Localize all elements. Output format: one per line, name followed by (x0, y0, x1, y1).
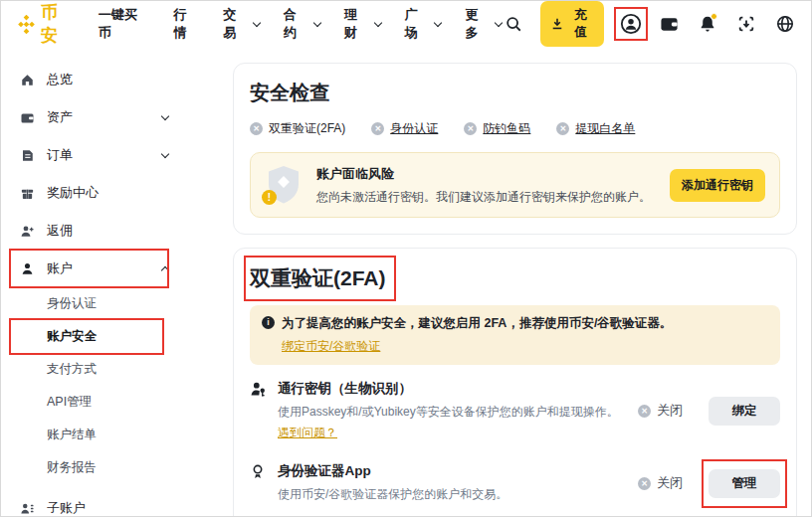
passkey-bind-button[interactable]: 绑定 (709, 397, 780, 426)
nav-square[interactable]: 广场 (405, 6, 442, 42)
passkey-icon (250, 380, 278, 398)
chevron-down-icon (313, 18, 321, 26)
download-app-icon[interactable] (734, 12, 758, 36)
passkey-status: ✕ 关闭 (638, 402, 683, 420)
sidebar-item-assets[interactable]: 资产 (19, 98, 168, 136)
status-off-icon: ✕ (371, 122, 384, 135)
sidebar-item-rewards-hub[interactable]: 奖励中心 (19, 174, 168, 212)
chevron-down-icon (373, 18, 381, 26)
sidebar-item-api-management[interactable]: API管理 (19, 386, 168, 419)
search-icon[interactable] (502, 12, 525, 36)
deposit-icon (551, 18, 563, 30)
info-icon: i (262, 316, 275, 329)
chevron-down-icon (253, 18, 261, 26)
warning-icon: ! (262, 190, 277, 205)
check-item-antiphishing[interactable]: ✕ 防钓鱼码 (464, 120, 530, 137)
check-item-identity[interactable]: ✕ 身份认证 (371, 120, 438, 137)
deposit-button[interactable]: 充值 (540, 1, 604, 47)
top-navbar: 币安 一键买币 行情 交易 合约 理财 广场 更多 充 (1, 1, 811, 47)
language-globe-icon[interactable] (773, 12, 797, 36)
main-content: 安全检查 ✕ 双重验证(2FA) ✕ 身份认证 ✕ 防钓鱼码 ✕ 提现白名单 (233, 47, 797, 516)
security-check-card: 安全检查 ✕ 双重验证(2FA) ✕ 身份认证 ✕ 防钓鱼码 ✕ 提现白名单 (233, 63, 797, 235)
sidebar-item-payment-methods[interactable]: 支付方式 (19, 353, 168, 386)
nav-futures[interactable]: 合约 (284, 6, 320, 42)
authenticator-row: 身份验证器App 使用币安/谷歌验证器保护您的账户和交易。 ✕ 关闭 管理 (250, 462, 780, 503)
risk-alert-title: 账户面临风险 (316, 165, 656, 183)
binance-logo-icon (17, 15, 36, 34)
sidebar-item-identity-verification[interactable]: 身份认证 (19, 287, 168, 320)
authenticator-status: ✕ 关闭 (638, 474, 683, 492)
sidebar-item-financial-reports[interactable]: 财务报告 (19, 451, 168, 484)
status-off-icon: ✕ (638, 477, 651, 490)
profile-avatar-icon[interactable] (619, 12, 643, 36)
check-item-2fa: ✕ 双重验证(2FA) (250, 120, 345, 137)
sidebar: 总览 资产 订单 奖励中心 返佣 (1, 47, 232, 516)
status-off-icon: ✕ (250, 122, 263, 135)
risk-alert-text: 账户面临风险 您尚未激活通行密钥。我们建议添加通行密钥来保护您的账户。 (316, 165, 656, 206)
main-menu: 一键买币 行情 交易 合约 理财 广场 更多 (99, 6, 502, 42)
nav-trade[interactable]: 交易 (223, 6, 260, 42)
orders-icon (19, 148, 36, 163)
sidebar-item-account[interactable]: 账户 (19, 250, 168, 287)
referral-icon (19, 224, 36, 239)
header-actions: 充值 (502, 1, 797, 47)
sidebar-item-overview[interactable]: 总览 (19, 61, 168, 98)
chevron-up-icon (161, 265, 169, 273)
nav-buy-crypto[interactable]: 一键买币 (99, 6, 150, 42)
brand-name: 币安 (41, 1, 77, 47)
risk-alert-desc: 您尚未激活通行密钥。我们建议添加通行密钥来保护您的账户。 (316, 189, 656, 206)
authenticator-info: 身份验证器App 使用币安/谷歌验证器保护您的账户和交易。 (278, 462, 638, 503)
security-checklist: ✕ 双重验证(2FA) ✕ 身份认证 ✕ 防钓鱼码 ✕ 提现白名单 (250, 120, 780, 137)
passkey-row: 通行密钥（生物识别） 使用Passkey和/或Yubikey等安全设备保护您的账… (250, 380, 780, 441)
home-icon (19, 73, 36, 87)
nav-more[interactable]: 更多 (465, 6, 502, 42)
passkey-info: 通行密钥（生物识别） 使用Passkey和/或Yubikey等安全设备保护您的账… (278, 380, 638, 441)
sub-accounts-icon (19, 501, 36, 516)
status-off-icon: ✕ (464, 122, 477, 135)
security-check-title: 安全检查 (250, 80, 780, 106)
wallet-icon[interactable] (658, 12, 682, 36)
passkey-desc: 使用Passkey和/或Yubikey等安全设备保护您的账户和提现操作。 (278, 404, 628, 421)
notifications-bell-icon[interactable] (696, 12, 719, 36)
sidebar-item-referral[interactable]: 返佣 (19, 212, 168, 250)
account-security-page: 币安 一键买币 行情 交易 合约 理财 广场 更多 充 (0, 0, 812, 517)
authenticator-manage-button[interactable]: 管理 (709, 469, 780, 498)
check-item-withdrawal-whitelist[interactable]: ✕ 提现白名单 (556, 120, 635, 137)
add-passkey-button[interactable]: 添加通行密钥 (670, 169, 765, 202)
passkey-help-link[interactable]: 遇到问题？ (278, 425, 337, 441)
sidebar-item-account-security[interactable]: 账户安全 (19, 320, 168, 353)
authenticator-desc: 使用币安/谷歌验证器保护您的账户和交易。 (278, 486, 628, 503)
status-off-icon: ✕ (556, 122, 569, 135)
two-factor-info-text: i 为了提高您的账户安全，建议您启用 2FA，推荐使用币安/谷歌验证器。 (262, 315, 768, 332)
passkey-title: 通行密钥（生物识别） (278, 380, 628, 398)
chevron-down-icon (161, 111, 169, 119)
chevron-down-icon (434, 18, 442, 26)
authenticator-title: 身份验证器App (278, 462, 628, 480)
assets-wallet-icon (19, 110, 36, 125)
authenticator-app-icon (250, 462, 278, 480)
chevron-down-icon (161, 149, 169, 157)
two-factor-card: 双重验证(2FA) i 为了提高您的账户安全，建议您启用 2FA，推荐使用币安/… (233, 248, 797, 517)
binance-logo[interactable]: 币安 (17, 1, 77, 47)
two-factor-info-box: i 为了提高您的账户安全，建议您启用 2FA，推荐使用币安/谷歌验证器。 绑定币… (250, 305, 780, 365)
status-off-icon: ✕ (638, 405, 651, 418)
shield-icon: ! (265, 164, 303, 206)
sidebar-item-orders[interactable]: 订单 (19, 136, 168, 174)
bind-authenticator-link[interactable]: 绑定币安/谷歌验证 (282, 338, 380, 355)
sidebar-item-sub-accounts[interactable]: 子账户 (19, 489, 168, 517)
rewards-icon (19, 186, 36, 201)
risk-alert-banner: ! 账户面临风险 您尚未激活通行密钥。我们建议添加通行密钥来保护您的账户。 添加… (250, 152, 780, 218)
account-user-icon (19, 261, 36, 276)
nav-markets[interactable]: 行情 (173, 6, 199, 42)
sidebar-item-account-statement[interactable]: 账户结单 (19, 419, 168, 451)
nav-earn[interactable]: 理财 (344, 6, 381, 42)
two-factor-title: 双重验证(2FA) (250, 264, 386, 292)
